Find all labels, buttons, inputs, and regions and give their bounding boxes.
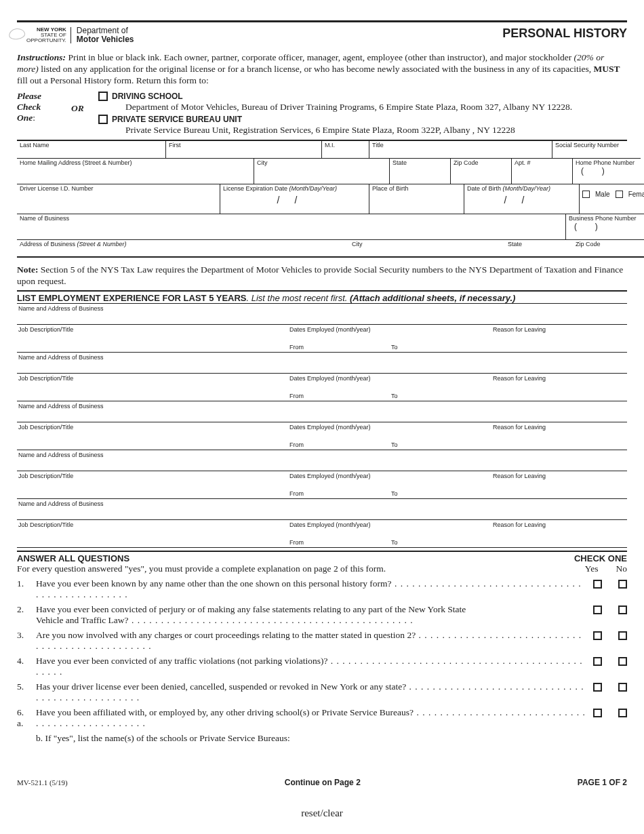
ny-state-logo: NEW YORK STATE OF OPPORTUNITY. xyxy=(17,27,71,43)
emp-from[interactable]: From xyxy=(288,383,390,401)
emp-job-title[interactable]: Job Description/Title xyxy=(17,325,288,334)
psb-label: PRIVATE SERVICE BUREAU UNIT xyxy=(112,115,242,124)
emp-business-name[interactable]: Name and Address of Business xyxy=(17,304,627,325)
q6-yes[interactable] xyxy=(593,709,602,717)
dob-field[interactable]: Date of Birth (Month/Day/Year)// xyxy=(464,184,580,214)
emp-dates: Dates Employed (month/year) xyxy=(288,520,390,530)
zip-field[interactable]: Zip Code xyxy=(451,159,512,184)
q5-yes[interactable] xyxy=(593,683,602,692)
emp-business-name[interactable]: Name and Address of Business xyxy=(17,401,627,422)
question-3: 3. Are you now involved with any charges… xyxy=(17,630,627,652)
question-6a: 6. a. Have you been affiliated with, or … xyxy=(17,707,627,729)
return-to-block: PleaseCheckOne: OR DRIVING SCHOOL Depart… xyxy=(17,91,627,137)
emp-to[interactable]: To xyxy=(390,432,491,450)
business-phone-field[interactable]: Business Phone Number( ) xyxy=(566,214,644,240)
driving-school-address: Department of Motor Vehicles, Bureau of … xyxy=(125,102,572,113)
emp-business-name[interactable]: Name and Address of Business xyxy=(17,353,627,374)
questions-header: ANSWER ALL QUESTIONS For every question … xyxy=(17,551,627,574)
emp-from[interactable]: From xyxy=(288,432,390,450)
title-field[interactable]: Title xyxy=(369,141,552,159)
emp-dates: Dates Employed (month/year) xyxy=(288,374,390,383)
emp-from[interactable]: From xyxy=(288,481,390,498)
emp-dates: Dates Employed (month/year) xyxy=(288,325,390,334)
q6-no[interactable] xyxy=(618,709,627,717)
q1-no[interactable] xyxy=(618,580,627,589)
form-number: MV-521.1 (5/19) xyxy=(17,778,68,787)
agency-logo: NEW YORK STATE OF OPPORTUNITY. Departmen… xyxy=(17,26,134,44)
male-checkbox[interactable] xyxy=(582,191,590,198)
home-phone-field[interactable]: Home Phone Number( ) xyxy=(573,159,644,184)
q5-no[interactable] xyxy=(618,683,627,692)
q2-no[interactable] xyxy=(618,605,627,614)
business-address-field[interactable]: Address of Business (Street & Number) xyxy=(17,240,349,258)
emp-reason[interactable]: Reason for Leaving xyxy=(491,374,644,383)
last-name-field[interactable]: Last Name xyxy=(17,141,166,159)
mi-field[interactable]: M.I. xyxy=(322,141,369,159)
page-footer: MV-521.1 (5/19) Continue on Page 2 PAGE … xyxy=(17,778,627,787)
header: NEW YORK STATE OF OPPORTUNITY. Departmen… xyxy=(17,26,627,44)
emp-job-title[interactable]: Job Description/Title xyxy=(17,520,288,530)
place-of-birth-field[interactable]: Place of Birth xyxy=(369,184,464,214)
city-field[interactable]: City xyxy=(254,159,390,184)
department-name: Department of Motor Vehicles xyxy=(77,26,134,44)
emp-reason[interactable]: Reason for Leaving xyxy=(491,471,644,481)
employment-section-title: LIST EMPLOYMENT EXPERIENCE FOR LAST 5 YE… xyxy=(17,290,627,303)
emp-from[interactable]: From xyxy=(288,334,390,352)
home-address-field[interactable]: Home Mailing Address (Street & Number) xyxy=(17,159,254,184)
business-name-field[interactable]: Name of Business xyxy=(17,214,566,240)
emp-reason[interactable]: Reason for Leaving xyxy=(491,520,644,530)
emp-job-title[interactable]: Job Description/Title xyxy=(17,422,288,432)
apt-field[interactable]: Apt. # xyxy=(512,159,573,184)
emp-to[interactable]: To xyxy=(390,334,491,352)
emp-business-name[interactable]: Name and Address of Business xyxy=(17,499,627,520)
emp-dates: Dates Employed (month/year) xyxy=(288,422,390,432)
state-field[interactable]: State xyxy=(390,159,451,184)
driving-school-checkbox[interactable] xyxy=(98,92,108,101)
employment-entry-1: Name and Address of BusinessJob Descript… xyxy=(17,303,627,353)
emp-job-title[interactable]: Job Description/Title xyxy=(17,374,288,383)
emp-to[interactable]: To xyxy=(390,481,491,498)
q1-yes[interactable] xyxy=(593,580,602,589)
question-2: 2. Have you ever been convicted of perju… xyxy=(17,604,627,626)
page-number: PAGE 1 OF 2 xyxy=(578,778,627,787)
license-exp-field[interactable]: License Expiration Date (Month/Day/Year)… xyxy=(220,184,369,214)
emp-to[interactable]: To xyxy=(390,530,491,547)
continue-label: Continue on Page 2 xyxy=(285,778,361,787)
q2-yes[interactable] xyxy=(593,605,602,614)
emp-business-name[interactable]: Name and Address of Business xyxy=(17,450,627,471)
emp-dates: Dates Employed (month/year) xyxy=(288,471,390,481)
female-checkbox[interactable] xyxy=(616,191,623,198)
form-title: PERSONAL HISTORY xyxy=(502,26,627,41)
q4-yes[interactable] xyxy=(593,657,602,666)
tax-law-note: Note: Section 5 of the NYS Tax Law requi… xyxy=(17,264,627,287)
business-city-field[interactable]: City xyxy=(349,240,505,258)
business-state-field[interactable]: State xyxy=(505,240,573,258)
employment-entry-5: Name and Address of BusinessJob Descript… xyxy=(17,499,627,548)
emp-to[interactable]: To xyxy=(390,383,491,401)
employment-entry-3: Name and Address of BusinessJob Descript… xyxy=(17,401,627,450)
driving-school-label: DRIVING SCHOOL xyxy=(112,92,183,101)
business-zip-field[interactable]: Zip Code xyxy=(573,240,644,258)
psb-address: Private Service Bureau Unit, Registratio… xyxy=(125,125,515,136)
question-6b: b. If "yes", list the name(s) of the sch… xyxy=(17,733,627,744)
emp-from[interactable]: From xyxy=(288,530,390,547)
gender-field: Male Female xyxy=(580,184,644,214)
emp-job-title[interactable]: Job Description/Title xyxy=(17,471,288,481)
reset-clear-button[interactable]: reset/clear xyxy=(17,808,627,819)
first-name-field[interactable]: First xyxy=(166,141,322,159)
employment-entry-2: Name and Address of BusinessJob Descript… xyxy=(17,353,627,401)
question-5: 5. Has your driver license ever been den… xyxy=(17,681,627,703)
instructions: Instructions: Print in blue or black ink… xyxy=(17,52,627,87)
name-row: Last Name First M.I. Title Social Securi… xyxy=(17,141,627,159)
ssn-field[interactable]: Social Security Number xyxy=(552,141,641,159)
employment-entry-4: Name and Address of BusinessJob Descript… xyxy=(17,450,627,499)
emp-reason[interactable]: Reason for Leaving xyxy=(491,325,644,334)
q4-no[interactable] xyxy=(618,657,627,666)
dl-number-field[interactable]: Driver License I.D. Number xyxy=(17,184,220,214)
question-4: 4. Have you ever been convicted of any t… xyxy=(17,656,627,677)
psb-checkbox[interactable] xyxy=(98,115,108,124)
question-1: 1. Have you ever been known by any name … xyxy=(17,578,627,600)
emp-reason[interactable]: Reason for Leaving xyxy=(491,422,644,432)
q3-no[interactable] xyxy=(618,631,627,640)
q3-yes[interactable] xyxy=(593,631,602,640)
